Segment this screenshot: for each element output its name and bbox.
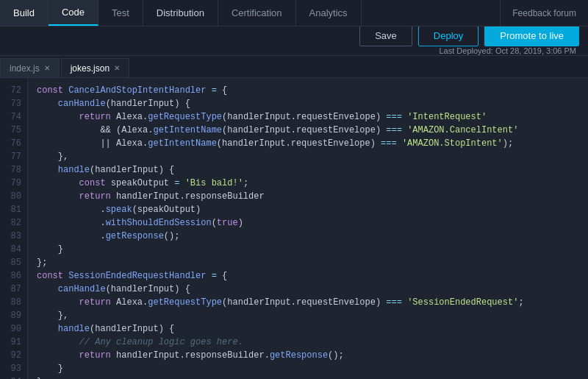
close-icon[interactable]: ✕: [114, 65, 120, 72]
promote-button[interactable]: Promote to live: [484, 26, 579, 46]
line-numbers: 72 73 74 75 76 77 78 79 80 81 82 83 84 8…: [0, 78, 28, 379]
save-button[interactable]: Save: [359, 26, 412, 46]
code-editor: 72 73 74 75 76 77 78 79 80 81 82 83 84 8…: [0, 78, 588, 379]
file-tab-label: index.js: [10, 63, 40, 74]
file-tab-label: jokes.json: [71, 63, 110, 74]
feedback-button[interactable]: Feedback forum: [500, 0, 588, 26]
tab-certification[interactable]: Certification: [218, 0, 296, 26]
file-tabs: index.js ✕ jokes.json ✕: [0, 56, 588, 78]
toolbar-buttons: Save Deploy Promote to live: [359, 26, 579, 46]
toolbar: Save Deploy Promote to live Last Deploye…: [0, 26, 588, 56]
tab-analytics[interactable]: Analytics: [296, 0, 362, 26]
code-content[interactable]: const CancelAndStopIntentHandler = { can…: [28, 78, 588, 379]
deploy-info: Last Deployed: Oct 28, 2019, 3:06 PM: [439, 46, 579, 57]
top-nav: Build Code Test Distribution Certificati…: [0, 0, 588, 26]
tab-build[interactable]: Build: [0, 0, 49, 26]
nav-tabs: Build Code Test Distribution Certificati…: [0, 0, 362, 26]
file-tab-index[interactable]: index.js ✕: [0, 58, 60, 77]
deploy-button[interactable]: Deploy: [418, 26, 478, 46]
file-tab-jokes[interactable]: jokes.json ✕: [61, 58, 129, 77]
toolbar-right: Save Deploy Promote to live Last Deploye…: [359, 26, 579, 57]
tab-distribution[interactable]: Distribution: [143, 0, 218, 26]
close-icon[interactable]: ✕: [44, 65, 50, 72]
tab-code[interactable]: Code: [49, 0, 98, 26]
tab-test[interactable]: Test: [98, 0, 143, 26]
